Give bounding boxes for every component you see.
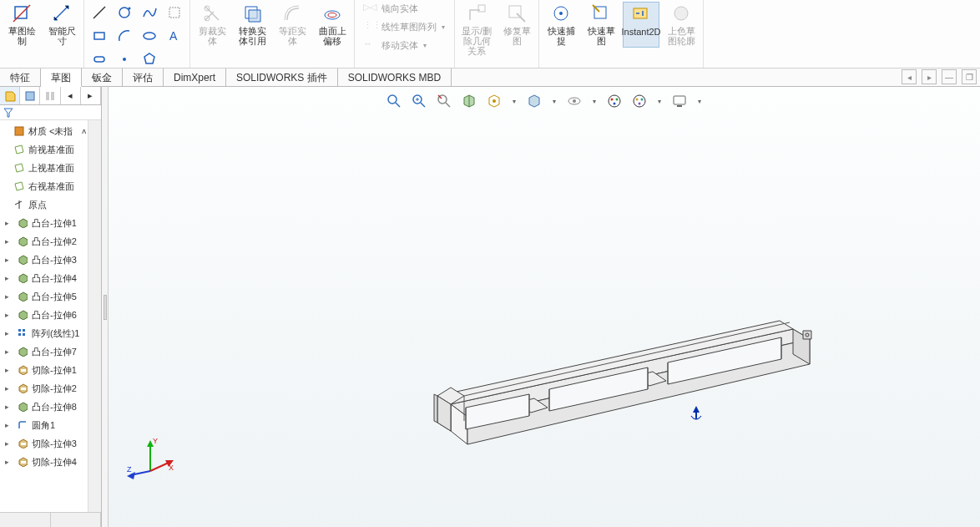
convert-button[interactable]: 转换实体引用 (234, 2, 270, 48)
expander-icon[interactable]: ▸ (5, 329, 13, 337)
tab-sketch[interactable]: 草图 (41, 68, 82, 87)
tree-feature-item[interactable]: ▸凸台-拉伸2 (0, 232, 88, 251)
expander-icon[interactable]: ▸ (5, 347, 13, 356)
tree-feature-item[interactable]: ▸凸台-拉伸8 (0, 398, 88, 416)
expander-icon[interactable]: ▸ (5, 421, 13, 429)
display-relations-button[interactable]: 显示/删除几何关系 (458, 2, 495, 58)
expander-icon[interactable]: ▸ (5, 403, 13, 411)
scene-dropdown[interactable]: ▾ (655, 92, 664, 110)
tree-right-plane[interactable]: 右视基准面 (0, 177, 88, 195)
config-tab[interactable] (40, 87, 60, 104)
reference-triad[interactable]: Y X Z (125, 433, 175, 484)
ellipse-tool[interactable] (138, 25, 161, 47)
view-orient-button[interactable] (485, 92, 503, 110)
svg-point-36 (611, 99, 614, 101)
sketch-draw-button[interactable]: 草图绘制 (3, 2, 40, 48)
display-style-dropdown[interactable]: ▾ (550, 92, 558, 110)
tree-feature-label: 凸台-拉伸1 (32, 217, 77, 230)
appearance-button[interactable] (605, 92, 624, 110)
tree-front-plane[interactable]: 前视基准面 (0, 140, 88, 159)
tree-feature-item[interactable]: ▸凸台-拉伸5 (0, 287, 88, 306)
tab-feature[interactable]: 特征 (0, 68, 41, 87)
tab-addins[interactable]: SOLIDWORKS 插件 (226, 68, 338, 87)
arc-tool[interactable] (113, 25, 136, 47)
offset-button[interactable]: 曲面上偏移 (314, 2, 351, 48)
quick-snap-button[interactable]: 快速捕捉 (543, 2, 579, 48)
polygon-tool[interactable] (138, 48, 161, 70)
tree-feature-item[interactable]: ▸切除-拉伸3 (0, 434, 88, 453)
next-view-button[interactable]: ▸ (922, 69, 937, 84)
expander-icon[interactable]: ▸ (5, 219, 13, 227)
panel-bottom-seg1[interactable] (0, 513, 51, 527)
expander-icon[interactable]: ▸ (5, 384, 13, 393)
prev-view-hud[interactable] (435, 92, 453, 110)
text-tool[interactable]: A (163, 25, 186, 47)
tab-dimxpert[interactable]: DimXpert (164, 68, 226, 87)
rapid-sketch-button[interactable]: 快速草图 (583, 2, 619, 48)
trim-button[interactable]: 剪裁实体 (194, 2, 230, 48)
view-settings-dropdown[interactable]: ▾ (695, 92, 704, 110)
tree-feature-item[interactable]: ▸凸台-拉伸6 (0, 306, 88, 324)
shaded-contour-button[interactable]: 上色草图轮廓 (663, 2, 700, 48)
zoom-area-button[interactable] (410, 92, 428, 110)
expander-icon[interactable]: ▸ (5, 458, 13, 466)
point-tool[interactable] (113, 48, 136, 70)
instant2d-button[interactable]: Instant2D (623, 2, 659, 48)
tree-origin[interactable]: 原点 (0, 195, 88, 214)
tree-top-plane[interactable]: 上视基准面 (0, 159, 88, 177)
hide-show-dropdown[interactable]: ▾ (590, 92, 599, 110)
fi-tool[interactable] (163, 2, 186, 23)
expander-icon[interactable]: ▸ (5, 237, 13, 246)
tree-feature-item[interactable]: ▸圆角1 (0, 416, 88, 434)
feature-tree[interactable]: 材质 <未指ʌ 前视基准面 上视基准面 右视基准面 原点 ▸凸台-拉伸1▸凸台-… (0, 120, 88, 512)
expander-icon[interactable]: ▸ (5, 256, 13, 264)
tree-feature-item[interactable]: ▸凸台-拉伸4 (0, 269, 88, 287)
circle-tool[interactable] (113, 2, 136, 23)
slot-tool[interactable] (88, 48, 111, 70)
tree-feature-item[interactable]: ▸切除-拉伸4 (0, 453, 88, 471)
view-settings-button[interactable] (670, 92, 689, 110)
restore-button[interactable]: ❐ (962, 69, 977, 84)
expander-icon[interactable]: ▸ (5, 366, 13, 374)
expander-icon[interactable]: ▸ (5, 292, 13, 301)
graphics-viewport[interactable]: ▾ ▾ ▾ ▾ ▾ (109, 87, 980, 527)
hide-show-button[interactable] (565, 92, 583, 110)
nav-right-tab[interactable]: ▸ (81, 87, 101, 104)
tree-feature-item[interactable]: ▸凸台-拉伸7 (0, 342, 88, 361)
tab-sheetmetal[interactable]: 钣金 (82, 68, 123, 87)
minimize-button[interactable]: — (942, 69, 957, 84)
display-style-button[interactable] (525, 92, 543, 110)
section-view-button[interactable] (460, 92, 478, 110)
ribbon: 草图绘制 智能尺寸 A (0, 0, 980, 68)
tree-feature-item[interactable]: ▸阵列(线性)1 (0, 324, 88, 342)
property-tab[interactable] (20, 87, 40, 104)
tree-scrollbar[interactable] (88, 120, 101, 512)
prev-view-button[interactable]: ◂ (902, 69, 917, 84)
tab-mbd[interactable]: SOLIDWORKS MBD (338, 68, 452, 87)
spline-tool[interactable] (138, 2, 161, 23)
expander-icon[interactable]: ▸ (5, 439, 13, 448)
smart-dim-button[interactable]: 智能尺寸 (43, 2, 80, 48)
equidist-button[interactable]: 等距实体 (274, 2, 311, 48)
zoom-fit-button[interactable] (385, 92, 403, 110)
expander-icon[interactable]: ▸ (5, 311, 13, 319)
panel-splitter[interactable] (102, 87, 109, 527)
svg-marker-9 (144, 53, 154, 63)
tab-evaluate[interactable]: 评估 (123, 68, 164, 87)
scene-button[interactable] (630, 92, 649, 110)
tree-feature-item[interactable]: ▸凸台-拉伸3 (0, 251, 88, 269)
repair-button[interactable]: 修复草图 (498, 2, 535, 58)
line-tool[interactable] (88, 2, 111, 23)
nav-left-tab[interactable]: ◂ (61, 87, 81, 104)
feature-icon (17, 401, 28, 413)
panel-bottom-seg2[interactable] (51, 513, 102, 527)
expander-icon[interactable]: ▸ (5, 274, 13, 282)
rect-tool[interactable] (88, 25, 111, 47)
tree-material[interactable]: 材质 <未指ʌ (0, 122, 88, 140)
filter-bar[interactable] (0, 105, 101, 120)
tree-feature-item[interactable]: ▸切除-拉伸2 (0, 379, 88, 398)
feature-tree-tab[interactable] (0, 87, 20, 104)
view-orient-dropdown[interactable]: ▾ (510, 92, 518, 110)
tree-feature-item[interactable]: ▸切除-拉伸1 (0, 361, 88, 379)
tree-feature-item[interactable]: ▸凸台-拉伸1 (0, 214, 88, 232)
